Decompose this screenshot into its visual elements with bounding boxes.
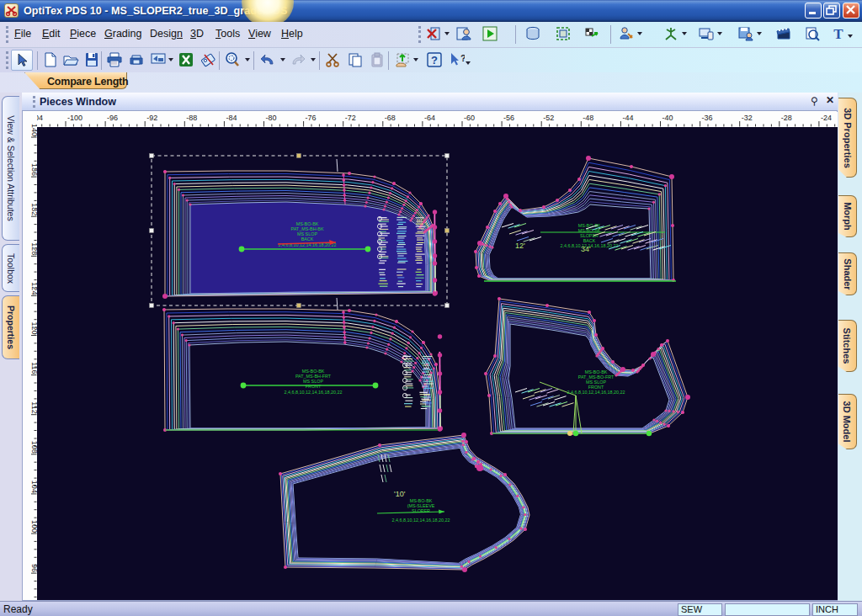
svg-text:2,4,6,8,10,12,14,16,18,20,22: 2,4,6,8,10,12,14,16,18,20,22 (567, 390, 625, 395)
svg-text:MS SLOP: MS SLOP (297, 231, 317, 236)
svg-text:-52: -52 (543, 114, 554, 122)
svg-text:128: 128 (30, 242, 38, 255)
svg-text:'10': '10' (394, 490, 406, 498)
svg-text:136: 136 (30, 163, 38, 176)
svg-text:12': 12' (515, 242, 525, 250)
svg-text:FRONT: FRONT (588, 385, 604, 390)
svg-text:-76: -76 (306, 114, 317, 122)
svg-text:2,4,6,8,10,12,14,16,18,20,22: 2,4,6,8,10,12,14,16,18,20,22 (285, 390, 343, 395)
svg-text:T: T (833, 26, 843, 42)
svg-text:-40: -40 (662, 114, 673, 122)
svg-text:-80: -80 (266, 114, 277, 122)
svg-text:-60: -60 (464, 114, 475, 122)
svg-text:-100: -100 (67, 114, 82, 122)
svg-text:-96: -96 (107, 114, 118, 122)
svg-text:124: 124 (30, 282, 38, 295)
svg-text:34': 34' (581, 245, 591, 253)
svg-text:-72: -72 (345, 114, 356, 122)
svg-text:2,4,6,8,10,12,14,16,18,20,22: 2,4,6,8,10,12,14,16,18,20,22 (392, 518, 450, 523)
svg-text:-36: -36 (702, 114, 713, 122)
svg-text:108: 108 (30, 441, 38, 454)
svg-text:PAT_MS-BH-FRT: PAT_MS-BH-FRT (295, 374, 332, 379)
svg-text:FRONT: FRONT (306, 384, 322, 389)
svg-text:-32: -32 (742, 114, 753, 122)
svg-text:-64: -64 (424, 114, 435, 122)
svg-text:-48: -48 (583, 114, 593, 122)
svg-text:112: 112 (30, 401, 38, 413)
svg-text:MS-BO-BK: MS-BO-BK (302, 369, 325, 374)
svg-text:MS SLOP: MS SLOP (303, 379, 323, 384)
svg-text:-28: -28 (781, 114, 792, 122)
svg-text:-84: -84 (226, 114, 237, 122)
svg-text:BACK: BACK (583, 238, 596, 243)
svg-text:-92: -92 (146, 114, 157, 122)
svg-text:PAT_MS-BH-BK: PAT_MS-BH-BK (290, 226, 323, 231)
svg-text:100: 100 (30, 520, 38, 533)
svg-text:140: 140 (30, 124, 38, 136)
svg-text:104: 104 (30, 481, 38, 493)
svg-text:-24: -24 (821, 114, 832, 122)
svg-text:-88: -88 (186, 114, 197, 122)
svg-text:-68: -68 (385, 114, 396, 122)
svg-text:96: 96 (30, 564, 38, 572)
svg-text:MS-BO-BK: MS-BO-BK (296, 221, 319, 226)
svg-text:-44: -44 (622, 114, 633, 122)
svg-text:132: 132 (30, 203, 38, 215)
svg-text:?: ? (431, 54, 438, 66)
svg-text:BACK: BACK (301, 236, 314, 242)
svg-text:-56: -56 (503, 114, 514, 122)
svg-text:?: ? (460, 53, 465, 63)
svg-text:120: 120 (30, 321, 38, 334)
svg-text:116: 116 (30, 362, 38, 374)
